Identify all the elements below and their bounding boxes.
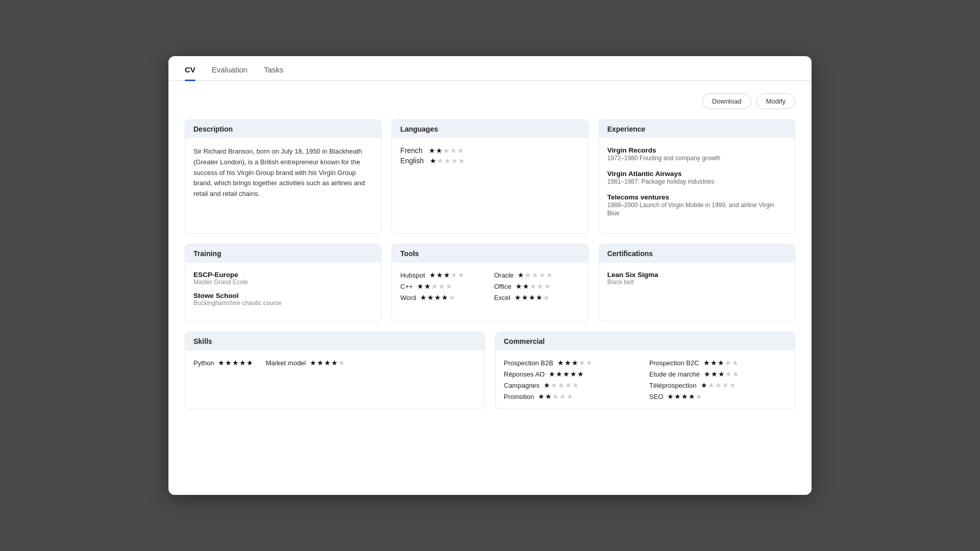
french-stars: ★ ★ ★ ★ ★ (429, 146, 464, 155)
modify-button[interactable]: Modify (756, 93, 795, 109)
training-header: Training (185, 244, 381, 263)
description-body: Sir Richard Branson, born on July 18, 19… (185, 138, 381, 208)
row-2: Training ESCP-Europe Master Grand Ecole … (185, 244, 795, 321)
tab-bar: CV Evaluation Tasks (168, 56, 812, 81)
comm-seo-label: SEO (649, 393, 663, 400)
comm-reponses-ao: Réponses AO ★ ★ ★ ★ ★ (504, 370, 641, 378)
exp-item-2: Telecoms ventures 1988–2000 Launch of Vi… (607, 193, 787, 218)
commercial-card: Commercial Prospection B2B ★ ★ ★ ★ ★ (495, 332, 795, 409)
description-header: Description (185, 120, 381, 138)
skills-body: Python ★ ★ ★ ★ ★ Market model (185, 350, 484, 391)
comm-etude-marche: Etude de marché ★ ★ ★ ★ ★ (649, 370, 787, 378)
language-french: French ★ ★ ★ ★ ★ (400, 146, 579, 155)
skills-header: Skills (185, 332, 484, 350)
tool-excel-label: Excel (494, 294, 510, 302)
languages-body: French ★ ★ ★ ★ ★ English ★ ★ (392, 138, 587, 179)
training-card: Training ESCP-Europe Master Grand Ecole … (185, 244, 381, 321)
comm-teleprospection-label: Téléprospection (649, 382, 697, 389)
skills-row: Python ★ ★ ★ ★ ★ Market model (193, 359, 476, 367)
cpp-stars: ★ ★ ★ ★ ★ (417, 282, 452, 290)
exp-detail-2: 1988–2000 Launch of Virgin Mobile in 199… (607, 201, 787, 218)
train-sub-0: Master Grand Ecole (193, 279, 373, 286)
language-english: English ★ ★ ★ ★ ★ (400, 157, 579, 165)
tool-oracle: Oracle ★ ★ ★ ★ ★ (494, 271, 580, 279)
certifications-body: Lean Six Sigma Black belt (599, 263, 795, 304)
cert-sub-0: Black belt (607, 279, 787, 286)
toolbar: Download Modify (185, 93, 795, 109)
experience-card: Experience Virgin Records 1972–1980 Foud… (599, 119, 795, 234)
certifications-card: Certifications Lean Six Sigma Black belt (599, 244, 795, 321)
english-label: English (400, 157, 424, 165)
skill-python-label: Python (193, 359, 214, 367)
tool-cpp: C++ ★ ★ ★ ★ ★ (400, 282, 486, 290)
experience-body: Virgin Records 1972–1980 Fouding and com… (599, 138, 795, 233)
cv-content: Download Modify Description Sir Richard … (168, 81, 812, 425)
main-window: CV Evaluation Tasks Download Modify Desc… (168, 56, 812, 495)
tool-office: Office ★ ★ ★ ★ ★ (494, 282, 580, 290)
experience-header: Experience (599, 120, 795, 138)
comm-campagnes: Campagnes ★ ★ ★ ★ ★ (504, 381, 641, 389)
train-sub-1: Buckinghamshire chaotic course (193, 299, 373, 307)
tools-body: Hubspot ★ ★ ★ ★ ★ Oracle (392, 263, 587, 310)
commercial-body: Prospection B2B ★ ★ ★ ★ ★ Prospection (496, 350, 795, 409)
train-name-0: ESCP-Europe (193, 271, 373, 279)
skill-market-model-label: Market model (265, 359, 306, 367)
exp-item-0: Virgin Records 1972–1980 Fouding and com… (607, 146, 787, 163)
skill-market-model: Market model ★ ★ ★ ★ ★ (265, 359, 345, 367)
commercial-header: Commercial (496, 332, 795, 350)
tools-header: Tools (392, 244, 587, 263)
tab-tasks[interactable]: Tasks (264, 65, 283, 80)
oracle-stars: ★ ★ ★ ★ ★ (518, 271, 553, 279)
exp-title-1: Virgin Atlantic Airways (607, 170, 787, 178)
download-button[interactable]: Download (702, 93, 751, 109)
exp-detail-0: 1972–1980 Fouding and company growth (607, 154, 787, 163)
exp-title-2: Telecoms ventures (607, 193, 787, 201)
train-item-1: Stowe School Buckinghamshire chaotic cou… (193, 292, 373, 307)
word-stars: ★ ★ ★ ★ ★ (420, 293, 455, 302)
tool-oracle-label: Oracle (494, 271, 513, 279)
tool-office-label: Office (494, 283, 511, 290)
train-name-1: Stowe School (193, 292, 373, 299)
cert-name-0: Lean Six Sigma (607, 271, 787, 279)
certifications-header: Certifications (599, 244, 795, 263)
training-body: ESCP-Europe Master Grand Ecole Stowe Sch… (185, 263, 381, 321)
comm-seo: SEO ★ ★ ★ ★ ★ (649, 392, 787, 400)
tool-hubspot-label: Hubspot (400, 271, 425, 279)
exp-title-0: Virgin Records (607, 146, 787, 154)
languages-header: Languages (392, 120, 587, 138)
comm-b2b-label: Prospection B2B (504, 359, 553, 367)
excel-stars: ★ ★ ★ ★ ★ (514, 293, 550, 302)
french-label: French (400, 146, 423, 155)
tool-excel: Excel ★ ★ ★ ★ ★ (494, 293, 580, 302)
tab-cv[interactable]: CV (185, 65, 195, 80)
comm-b2c-label: Prospection B2C (649, 359, 699, 367)
comm-prospection-b2b: Prospection B2B ★ ★ ★ ★ ★ (504, 359, 641, 367)
python-stars: ★ ★ ★ ★ ★ (218, 359, 253, 367)
description-text: Sir Richard Branson, born on July 18, 19… (193, 146, 373, 199)
market-model-stars: ★ ★ ★ ★ ★ (310, 359, 345, 367)
comm-teleprospection: Téléprospection ★ ★ ★ ★ ★ (649, 381, 787, 389)
tool-cpp-label: C++ (400, 283, 413, 290)
train-item-0: ESCP-Europe Master Grand Ecole (193, 271, 373, 286)
comm-etude-label: Etude de marché (649, 370, 700, 378)
tools-card: Tools Hubspot ★ ★ ★ ★ ★ (391, 244, 588, 321)
tools-grid: Hubspot ★ ★ ★ ★ ★ Oracle (400, 271, 579, 302)
exp-item-1: Virgin Atlantic Airways 1981–1987: Packa… (607, 170, 787, 186)
tab-evaluation[interactable]: Evaluation (212, 65, 248, 80)
english-stars: ★ ★ ★ ★ ★ (430, 157, 465, 165)
comm-prospection-b2c: Prospection B2C ★ ★ ★ ★ ★ (649, 359, 787, 367)
languages-card: Languages French ★ ★ ★ ★ ★ English (391, 119, 588, 234)
comm-promotion-label: Promotion (504, 393, 534, 400)
office-stars: ★ ★ ★ ★ ★ (516, 282, 551, 290)
skills-card: Skills Python ★ ★ ★ ★ ★ (185, 332, 485, 409)
exp-detail-1: 1981–1987: Package holiday industries (607, 178, 787, 186)
tool-hubspot: Hubspot ★ ★ ★ ★ ★ (400, 271, 486, 279)
tool-word-label: Word (400, 294, 416, 302)
comm-promotion: Promotion ★ ★ ★ ★ ★ (504, 392, 641, 400)
tool-word: Word ★ ★ ★ ★ ★ (400, 293, 486, 302)
hubspot-stars: ★ ★ ★ ★ ★ (429, 271, 464, 279)
skill-python: Python ★ ★ ★ ★ ★ (193, 359, 253, 367)
comm-ao-label: Réponses AO (504, 370, 545, 378)
description-card: Description Sir Richard Branson, born on… (185, 119, 381, 234)
comm-campagnes-label: Campagnes (504, 382, 540, 389)
